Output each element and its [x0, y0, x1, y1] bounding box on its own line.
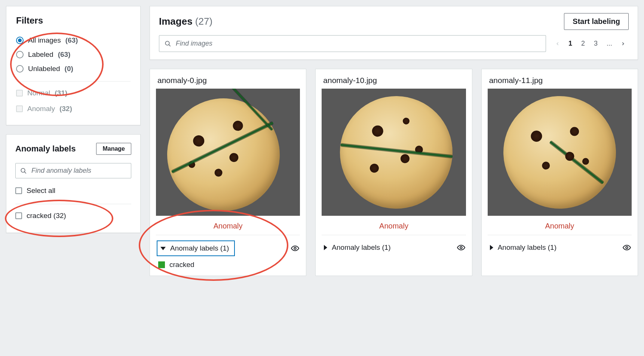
image-filename: anomaly-0.jpg — [157, 76, 300, 85]
divider — [488, 235, 632, 235]
paginator: 1 2 3 ... — [552, 37, 629, 50]
filters-title: Filters — [16, 15, 131, 26]
image-filename: anomaly-11.jpg — [489, 76, 632, 85]
filter-radio-label: Labeled — [28, 50, 53, 59]
filter-radio-count: (0) — [65, 65, 73, 73]
anomaly-label-cracked[interactable]: cracked (32) — [15, 208, 131, 224]
anomaly-labels-panel: Anomaly labels Manage Select all cracked… — [6, 134, 141, 233]
filter-radio-count: (63) — [65, 36, 78, 44]
chevron-left-icon — [555, 41, 560, 46]
checkbox-icon — [16, 105, 23, 112]
images-search[interactable] — [159, 35, 546, 52]
filter-radio-labeled[interactable]: Labeled (63) — [16, 47, 131, 62]
chevron-right-icon — [620, 41, 626, 46]
images-title: Images (27) — [159, 16, 212, 27]
radio-icon — [16, 37, 24, 44]
divider — [16, 81, 131, 82]
divider — [156, 235, 300, 235]
select-all-checkbox[interactable]: Select all — [15, 183, 131, 199]
filter-check-anomaly: Anomaly (32) — [16, 101, 131, 117]
filter-radio-label: Unlabeled — [28, 65, 60, 73]
anomaly-labels-toggle[interactable]: Anomaly labels (1) — [488, 240, 632, 255]
svg-point-6 — [626, 246, 628, 249]
start-labeling-button[interactable]: Start labeling — [564, 13, 629, 30]
select-all-label: Select all — [27, 187, 55, 195]
images-panel: Images (27) Start labeling 1 2 — [150, 6, 638, 60]
images-title-count: (27) — [195, 16, 212, 27]
anomaly-tag: Anomaly — [156, 216, 300, 235]
anomaly-labels-header: Anomaly labels (1) — [332, 243, 390, 252]
page-1[interactable]: 1 — [565, 37, 576, 50]
caret-down-icon — [160, 247, 166, 250]
filter-check-count: (31) — [55, 89, 67, 97]
image-card[interactable]: anomaly-10.jpg Anomaly Anomaly labels (1… — [315, 69, 472, 276]
image-filename: anomaly-10.jpg — [323, 76, 466, 85]
filter-check-count: (32) — [59, 105, 72, 113]
anomaly-labels-search[interactable] — [15, 163, 131, 178]
anomaly-labels-header: Anomaly labels (1) — [170, 244, 229, 252]
anomaly-labels-search-input[interactable] — [31, 166, 126, 175]
search-icon — [165, 40, 171, 47]
filter-check-label: Normal — [27, 89, 50, 97]
radio-icon — [16, 51, 24, 58]
image-cards-grid: anomaly-0.jpg Anomaly Anomaly lab — [150, 69, 638, 276]
checkbox-icon — [16, 90, 23, 96]
search-icon — [20, 168, 27, 174]
image-thumbnail[interactable] — [322, 89, 466, 216]
images-search-input[interactable] — [175, 39, 540, 48]
filter-radio-label: All images — [28, 36, 61, 44]
anomaly-label-name: cracked — [169, 261, 194, 269]
svg-point-4 — [294, 247, 297, 249]
anomaly-label-text: cracked (32) — [27, 212, 66, 220]
image-thumbnail[interactable] — [156, 89, 300, 216]
image-card[interactable]: anomaly-0.jpg Anomaly Anomaly lab — [150, 69, 306, 276]
manage-button[interactable]: Manage — [96, 143, 131, 155]
anomaly-label-row: cracked — [156, 257, 300, 270]
page-more[interactable]: ... — [603, 37, 616, 50]
caret-right-icon — [490, 245, 493, 250]
svg-line-1 — [24, 172, 26, 174]
svg-point-5 — [460, 246, 462, 249]
checkbox-icon — [15, 187, 22, 194]
anomaly-labels-header: Anomaly labels (1) — [498, 243, 556, 252]
page-3[interactable]: 3 — [590, 37, 601, 50]
svg-line-3 — [169, 44, 171, 46]
eye-icon[interactable] — [623, 243, 631, 252]
filters-panel: Filters All images (63) Labeled (63) Unl… — [6, 6, 141, 125]
anomaly-labels-title: Anomaly labels — [15, 144, 76, 154]
divider — [322, 235, 466, 235]
divider — [15, 204, 131, 204]
eye-icon[interactable] — [291, 244, 299, 252]
anomaly-tag: Anomaly — [322, 216, 466, 235]
image-card[interactable]: anomaly-11.jpg Anomaly Anomaly labels (1… — [481, 69, 638, 276]
anomaly-tag: Anomaly — [488, 216, 632, 235]
filter-radio-all-images[interactable]: All images (63) — [16, 33, 131, 47]
checkbox-icon — [15, 212, 22, 219]
color-swatch — [158, 261, 165, 268]
anomaly-labels-toggle[interactable]: Anomaly labels (1) — [322, 240, 466, 255]
filter-radio-count: (63) — [58, 50, 71, 59]
svg-point-0 — [21, 168, 25, 172]
image-thumbnail[interactable] — [488, 89, 632, 216]
page-next-button[interactable] — [617, 38, 629, 49]
page-prev-button[interactable] — [552, 38, 563, 49]
filter-check-label: Anomaly — [27, 105, 55, 113]
caret-right-icon — [324, 245, 327, 250]
filter-radio-unlabeled[interactable]: Unlabeled (0) — [16, 62, 131, 76]
anomaly-labels-toggle[interactable]: Anomaly labels (1) — [156, 240, 300, 257]
filter-check-normal: Normal (31) — [16, 85, 131, 101]
images-title-text: Images — [159, 16, 193, 27]
radio-icon — [16, 65, 24, 73]
svg-point-2 — [165, 41, 169, 45]
page-2[interactable]: 2 — [577, 37, 589, 50]
eye-icon[interactable] — [457, 243, 465, 252]
